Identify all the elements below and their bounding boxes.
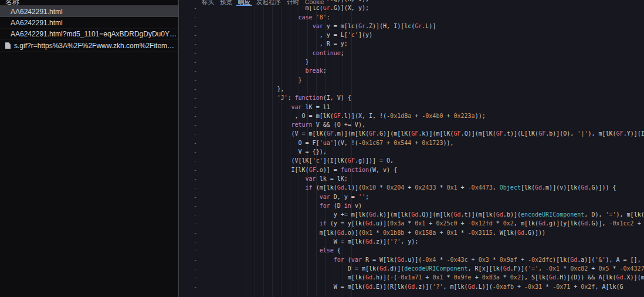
request-row[interactable]: AA6242291.html [0, 6, 178, 17]
gutter-marker: - [179, 228, 204, 237]
code-line: - m[lk(Gd.o)](0x1 * 0x1b8b + 0x158a + 0x… [179, 228, 644, 237]
code-text: , O = m[lK(GF.l)](X, I, !(-0x1d8a + -0x4… [204, 112, 486, 120]
gutter-marker: - [179, 13, 204, 22]
code-text: W = m[lk(Gd.z)]('?', y); [204, 237, 418, 246]
tab-计时[interactable]: 计时 [284, 0, 302, 6]
code-text: var D, y = ''; [204, 193, 369, 201]
code-text: continue; [204, 49, 344, 58]
code-line: - case '8': [179, 13, 644, 22]
code-text: , R = y; [204, 39, 348, 48]
code-text: } [204, 58, 309, 66]
gutter-marker: - [179, 210, 204, 219]
code-text: case '8': [204, 13, 330, 22]
code-line: - for (var R = W[lk(Gd.u)](-0x4 * -0x43c… [179, 255, 644, 264]
gutter-marker: - [179, 264, 204, 273]
code-text: } [204, 76, 302, 85]
code-text: else { [204, 246, 341, 255]
gutter-marker: - [179, 201, 204, 210]
code-line: - I[lK(GF.o)] = function(W, v) { [179, 166, 644, 174]
code-line: - var y = m[lc(Gr.Z)](H, I)[lc(Gr.L)] [179, 22, 644, 31]
code-line: - V = {}), [179, 147, 644, 156]
code-text: var y = m[lc(Gr.Z)](H, I)[lc(Gr.L)] [204, 22, 436, 31]
code-text: m[lk(Gd.o)](0x1 * 0x1b8b + 0x158a + 0x1 … [204, 228, 545, 237]
gutter-marker: - [179, 147, 204, 156]
gutter-marker: - [179, 39, 204, 48]
gutter-marker: - [179, 246, 204, 255]
code-text: }, [204, 85, 284, 93]
code-line: - var D, y = ''; [179, 193, 644, 201]
name-column-header[interactable]: 名称 [0, 0, 178, 6]
code-text: return V && (O += V), [204, 120, 365, 129]
gutter-marker: - [179, 85, 204, 93]
code-line: - W = m[lk(Gd.E)](R[lk(Gd.z)]('?', m[lk(… [179, 282, 644, 291]
code-line: - } [179, 58, 644, 66]
request-name: AA6242291.html?md5_1101=eqAxBDRDgDyDu0Y… [11, 30, 177, 38]
code-line: - var lK = l1 [179, 103, 644, 112]
code-text: var lk = lK; [204, 174, 348, 183]
code-text: V = {}), [204, 147, 327, 156]
code-line: - }, [179, 85, 644, 93]
code-text: if (m[lk(Gd.l)](0x10 * 0x204 + 0x2433 * … [204, 183, 616, 192]
code-text: O = F['ua'](V, !(-0x1c67 + 0x544 + 0x172… [204, 139, 453, 147]
code-line: - O = F['ua'](V, !(-0x1c67 + 0x544 + 0x1… [179, 139, 644, 147]
document-icon [5, 42, 11, 49]
gutter-marker: - [179, 129, 204, 138]
gutter-marker: - [179, 76, 204, 85]
gutter-marker: - [179, 174, 204, 183]
code-text: D = m[lk(Gd.d)](decodeURIComponent, R[x]… [204, 264, 644, 273]
gutter-marker: - [179, 156, 204, 165]
code-line: - W = m[lk(Gd.z)]('?', y); [179, 237, 644, 246]
gutter-marker: - [179, 237, 204, 246]
gutter-marker: - [179, 49, 204, 58]
code-line: - , O = m[lK(GF.l)](X, I, !(-0x1d8a + -0… [179, 112, 644, 120]
code-line: - 'J': function(I, V) { [179, 93, 644, 102]
code-text: m[lk(Gd.h)](-(-0x1a71 + 0x1 * 0x9fe + 0x… [204, 273, 644, 282]
tab-标头[interactable]: 标头 [199, 0, 217, 6]
devtools-network-view: 名称 AA6242291.htmlAA6242291.htmlAA6242291… [0, 0, 644, 297]
tab-响应[interactable]: 响应 [235, 0, 253, 6]
gutter-marker: - [179, 273, 204, 282]
gutter-marker: - [179, 282, 204, 291]
gutter-marker: - [179, 193, 204, 201]
code-text: for (var R = W[lk(Gd.u)](-0x4 * -0x43c +… [204, 255, 644, 264]
tab-Cookie[interactable]: Cookie [302, 0, 327, 6]
code-text: for (D in v) [204, 201, 362, 210]
tab-预览[interactable]: 预览 [217, 0, 235, 6]
gutter-marker: - [179, 58, 204, 66]
code-text: (V = m[lK(GF.m)](m[lK(GF.G)](m[lK(GF.k)]… [204, 129, 644, 138]
code-line: - if (y = y[lk(Gd.u)](0x3a * 0x1 + 0x25c… [179, 219, 644, 228]
code-line: - for (D in v) [179, 201, 644, 210]
request-name: AA6242291.html [11, 8, 63, 16]
request-row[interactable]: AA6242291.html?md5_1101=eqAxBDRDgDyDu0Y… [0, 29, 178, 40]
tab-发起程序[interactable]: 发起程序 [253, 0, 284, 6]
code-line: - else { [179, 246, 644, 255]
gutter-marker: - [179, 103, 204, 112]
active-tab-underline [236, 5, 252, 6]
code-line: - if (m[lk(Gd.l)](0x10 * 0x204 + 0x2433 … [179, 183, 644, 192]
gutter-marker: - [179, 219, 204, 228]
network-request-panel: 名称 AA6242291.htmlAA6242291.htmlAA6242291… [0, 0, 179, 297]
code-line: - return V && (O += V), [179, 120, 644, 129]
request-row[interactable]: AA6242291.html [0, 17, 178, 28]
request-row[interactable]: s.gif?r=https%3A%2F%2Fwww.zkh.com%2Fitem… [0, 40, 178, 51]
code-text: var lK = l1 [204, 103, 330, 112]
code-area[interactable]: - m[lc(Gr.Q)](H, I),- m[lc(Gr.G)](X, y);… [179, 0, 644, 291]
response-panel: - m[lc(Gr.Q)](H, I),- m[lc(Gr.G)](X, y);… [179, 0, 644, 297]
gutter-marker: - [179, 93, 204, 102]
code-line: - break; [179, 66, 644, 75]
code-line: - (V[lK['c'](I[lK(GF.g)])] = O, [179, 156, 644, 165]
code-line: - m[lk(Gd.h)](-(-0x1a71 + 0x1 * 0x9fe + … [179, 273, 644, 282]
response-tabbar: 标头预览响应发起程序计时Cookie [199, 0, 327, 6]
code-text: y += m[lk(Gd.k)](m[lk(Gd.Q)](m[lk(Gd.t)]… [204, 210, 644, 219]
code-text: , y = L['c'](y) [204, 31, 372, 39]
code-line: - var lk = lK; [179, 174, 644, 183]
code-line: - , y = L['c'](y) [179, 31, 644, 39]
code-line: - , R = y; [179, 39, 644, 48]
code-text: if (y = y[lk(Gd.u)](0x3a * 0x1 + 0x25c0 … [204, 219, 644, 228]
gutter-marker: - [179, 31, 204, 39]
request-name: AA6242291.html [11, 19, 63, 27]
request-name: s.gif?r=https%3A%2F%2Fwww.zkh.com%2Fitem… [14, 42, 178, 50]
gutter-marker: - [179, 255, 204, 264]
code-line: - } [179, 76, 644, 85]
gutter-marker: - [179, 112, 204, 120]
